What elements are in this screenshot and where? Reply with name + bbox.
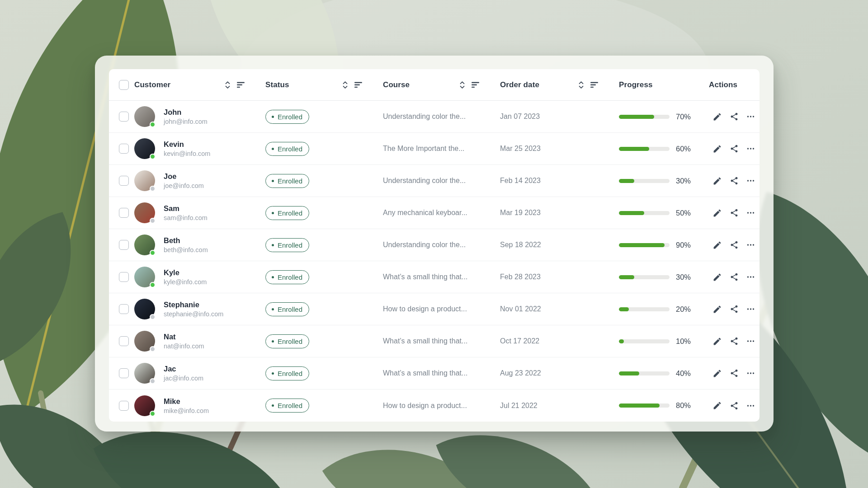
more-icon[interactable] [746,369,755,378]
presence-dot [150,282,156,288]
sort-icon[interactable] [225,81,231,89]
customer-name: Joe [164,172,204,181]
status-dot-icon [272,244,274,246]
progress-bar [619,307,670,311]
progress-bar [619,404,670,408]
table-row: Jac jac@info.com Enrolled What’s a small… [109,357,760,389]
status-label: Enrolled [278,370,302,377]
edit-icon[interactable] [712,176,722,186]
progress-bar [619,339,670,343]
filter-icon[interactable] [472,82,480,88]
more-icon[interactable] [746,401,755,410]
avatar [134,235,155,255]
edit-icon[interactable] [712,305,722,314]
avatar [134,363,155,384]
row-checkbox[interactable] [119,368,129,378]
edit-icon[interactable] [712,272,722,282]
column-header-progress: Progress [619,80,709,89]
avatar [134,202,155,223]
screen: Customer Status [0,0,868,488]
select-all-checkbox[interactable] [119,80,129,90]
filter-icon[interactable] [237,82,245,88]
progress-fill [619,115,654,119]
row-checkbox[interactable] [119,208,129,218]
row-checkbox[interactable] [119,336,129,346]
share-icon[interactable] [730,369,739,378]
customer-email: stephanie@info.com [164,310,223,318]
filter-icon[interactable] [354,82,363,88]
table-row: John john@info.com Enrolled Understandin… [109,101,760,133]
status-badge: Enrolled [265,366,309,380]
edit-icon[interactable] [712,112,722,122]
order-date: Jan 07 2023 [500,113,540,120]
share-icon[interactable] [730,337,739,346]
customer-email: jac@info.com [164,375,203,382]
share-icon[interactable] [730,176,739,185]
status-label: Enrolled [278,210,302,216]
more-icon[interactable] [746,144,755,153]
avatar [134,395,155,416]
order-date: Aug 23 2022 [500,369,541,377]
progress-fill [619,147,649,151]
status-dot-icon [272,276,274,278]
share-icon[interactable] [730,240,739,249]
row-checkbox[interactable] [119,401,129,411]
presence-dot [150,378,156,384]
table-header: Customer Status [109,69,760,101]
progress-percent: 10% [676,337,691,346]
edit-icon[interactable] [712,208,722,218]
edit-icon[interactable] [712,240,722,250]
status-label: Enrolled [278,338,302,345]
row-checkbox[interactable] [119,304,129,314]
more-icon[interactable] [746,112,755,121]
course-name: Understanding color the... [383,113,466,120]
sort-icon[interactable] [578,81,584,89]
customer-name: Jac [164,365,203,373]
status-badge: Enrolled [265,206,309,220]
more-icon[interactable] [746,240,755,249]
edit-icon[interactable] [712,401,722,410]
presence-dot [150,250,156,256]
share-icon[interactable] [730,272,739,282]
progress-percent: 80% [676,401,691,410]
progress-fill [619,404,660,408]
column-header-customer: Customer [134,80,265,89]
progress-percent: 20% [676,305,691,314]
edit-icon[interactable] [712,337,722,346]
share-icon[interactable] [730,208,739,217]
order-date: Mar 25 2023 [500,145,541,152]
row-checkbox[interactable] [119,176,129,186]
row-checkbox[interactable] [119,144,129,154]
more-icon[interactable] [746,176,755,185]
share-icon[interactable] [730,305,739,314]
share-icon[interactable] [730,144,739,153]
progress-percent: 50% [676,209,691,217]
avatar [134,170,155,191]
table-row: Sam sam@info.com Enrolled Any mechanical… [109,197,760,229]
presence-dot [150,411,156,417]
more-icon[interactable] [746,337,755,346]
order-date: Mar 19 2023 [500,209,541,216]
more-icon[interactable] [746,208,755,217]
edit-icon[interactable] [712,369,722,378]
status-label: Enrolled [278,306,302,313]
table-row: Stephanie stephanie@info.com Enrolled Ho… [109,293,760,325]
more-icon[interactable] [746,272,755,282]
sort-icon[interactable] [342,81,348,89]
filter-icon[interactable] [590,82,599,88]
row-checkbox[interactable] [119,240,129,250]
status-badge: Enrolled [265,334,309,348]
row-checkbox[interactable] [119,272,129,282]
row-checkbox[interactable] [119,112,129,122]
share-icon[interactable] [730,112,739,121]
status-label: Enrolled [278,274,302,281]
table-row: Joe joe@info.com Enrolled Understanding … [109,165,760,197]
sort-icon[interactable] [459,81,465,89]
more-icon[interactable] [746,305,755,314]
status-dot-icon [272,308,274,310]
customer-email: sam@info.com [164,214,208,221]
status-dot-icon [272,180,274,182]
share-icon[interactable] [730,401,739,410]
progress-percent: 40% [676,369,691,378]
edit-icon[interactable] [712,144,722,154]
